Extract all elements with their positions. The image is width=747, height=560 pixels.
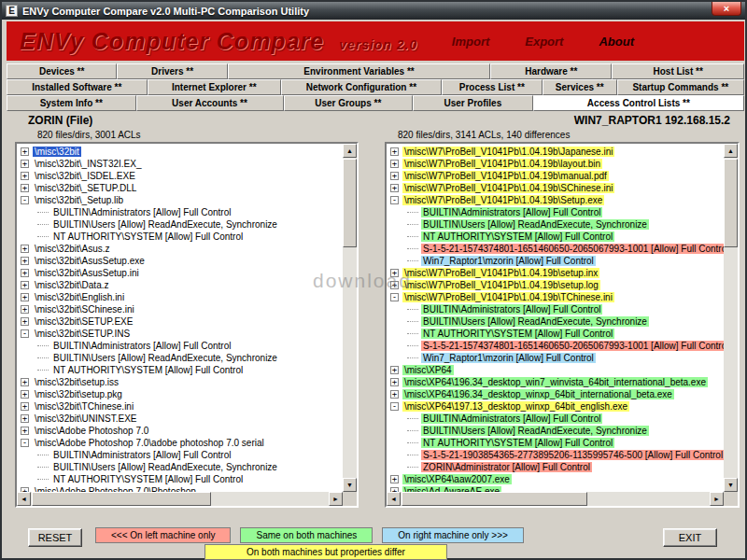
tree-item-label[interactable]: \misc\Adobe Photoshop 7.0	[33, 426, 150, 436]
tree-item-label[interactable]: \misc\W7\ProBell_V1041Pb\1.04.19b\TChine…	[402, 292, 614, 302]
tree-item-label[interactable]: \misc\XP64\196.34_desktop_win7_winvista_…	[402, 377, 708, 387]
tree-item[interactable]: +\misc\32bit\UNINST.EXE	[17, 413, 343, 425]
tree-item[interactable]: +\misc\XP64\196.34_desktop_winxp_64bit_i…	[387, 388, 724, 400]
tree-item-label[interactable]: \misc\W7\ProBell_V1041Pb\1.04.19b\SChine…	[402, 183, 614, 193]
tree-item-label[interactable]: NT AUTHORITY\SYSTEM [Allow] Full Control	[51, 474, 245, 484]
tree-item-label[interactable]: BUILTIN\Administrators [Allow] Full Cont…	[51, 341, 233, 351]
tree-item[interactable]: +\misc\32bit\English.ini	[17, 291, 343, 303]
tab-hardware[interactable]: Hardware **	[490, 63, 612, 79]
tree-item-label[interactable]: \misc\32bit\setup.pkg	[33, 389, 124, 399]
tree-item-label[interactable]: S-1-5-21-1574374801-1651460650-206506799…	[421, 341, 724, 351]
tree-item-label[interactable]: \misc\XP64\196.34_desktop_winxp_64bit_in…	[402, 389, 674, 399]
scroll-right-icon[interactable]: ►	[710, 492, 724, 506]
tree-expand-icon[interactable]: +	[21, 281, 29, 289]
tree-item[interactable]: BUILTIN\Administrators [Allow] Full Cont…	[387, 206, 724, 218]
tree-item-label[interactable]: \misc\32bit\TChinese.ini	[33, 401, 135, 412]
tree-item[interactable]: +\misc\32bit\AsusSetup.ini	[17, 267, 343, 279]
tree-item-label[interactable]: BUILTIN\Users [Allow] ReadAndExecute, Sy…	[51, 219, 279, 230]
tree-item-label[interactable]: \misc\32bit\Asus.z	[33, 244, 112, 254]
tree-item-label[interactable]: \misc\W7\ProBell_V1041Pb\1.04.19b\setup.…	[402, 268, 599, 278]
tree-item[interactable]: +\misc\Adobe Photoshop 7.0\Photoshop	[17, 485, 343, 492]
tree-item-label[interactable]: \misc\32bit\SETUP.INS	[33, 329, 132, 339]
tab-internet-explorer[interactable]: Internet Explorer **	[148, 79, 281, 95]
tree-item-label[interactable]: \misc\Adobe Photoshop 7.0\adobe photosho…	[33, 438, 266, 448]
tree-item-label[interactable]: NT AUTHORITY\SYSTEM [Allow] Full Control	[421, 438, 614, 448]
tree-item-label[interactable]: BUILTIN\Administrators [Allow] Full Cont…	[421, 413, 602, 424]
tree-expand-icon[interactable]: +	[21, 172, 29, 180]
tree-item[interactable]: +\misc\W7\ProBell_V1041Pb\1.04.19b\layou…	[387, 158, 724, 170]
menu-export[interactable]: Export	[525, 35, 563, 49]
tree-item[interactable]: +\misc\32bit\SChinese.ini	[17, 303, 343, 315]
tree-expand-icon[interactable]: +	[21, 269, 29, 277]
tree-expand-icon[interactable]: +	[21, 147, 29, 156]
tree-item[interactable]: BUILTIN\Users [Allow] ReadAndExecute, Sy…	[387, 315, 724, 328]
tree-item[interactable]: +\misc\32bit\TChinese.ini	[17, 400, 343, 413]
scroll-left-icon[interactable]: ◄	[387, 492, 401, 506]
tree-item-label[interactable]: Win7_Raptor1\mzorin [Allow] Full Control	[421, 353, 596, 363]
left-horizontal-scrollbar[interactable]: ◄ ►	[17, 492, 343, 506]
scroll-left-icon[interactable]: ◄	[17, 492, 31, 506]
tree-expand-icon[interactable]: +	[21, 257, 29, 265]
tree-item-label[interactable]: NT AUTHORITY\SYSTEM [Allow] Full Control	[51, 231, 245, 242]
tree-expand-icon[interactable]: +	[390, 147, 399, 156]
tab-system-info[interactable]: System Info **	[7, 95, 136, 111]
tree-item-label[interactable]: BUILTIN\Users [Allow] ReadAndExecute, Sy…	[51, 462, 279, 472]
tree-item-label[interactable]: \misc\XP64	[402, 365, 454, 375]
tree-item[interactable]: S-1-5-21-1903854365-2773895206-113599574…	[387, 449, 724, 461]
tree-expand-icon[interactable]: +	[390, 475, 399, 483]
tree-expand-icon[interactable]: +	[390, 366, 399, 374]
tree-item[interactable]: +\misc\32bit\AsusSetup.exe	[17, 255, 343, 267]
tree-item-label[interactable]: \misc\32bit\_INST32I.EX_	[33, 159, 144, 169]
tree-item[interactable]: BUILTIN\Administrators [Allow] Full Cont…	[387, 303, 724, 315]
left-vertical-scrollbar[interactable]: ▲ ▼	[343, 144, 357, 492]
tree-item[interactable]: +\misc\32bit\Data.z	[17, 279, 343, 291]
tree-item-label[interactable]: \misc\32bit\_Setup.lib	[33, 195, 125, 205]
tree-collapse-icon[interactable]: -	[390, 293, 399, 301]
tab-services[interactable]: Services **	[543, 79, 617, 95]
tree-item[interactable]: +\misc\W7\ProBell_V1041Pb\1.04.19b\setup…	[387, 279, 724, 291]
scroll-up-icon[interactable]: ▲	[724, 144, 738, 158]
menu-about[interactable]: About	[599, 35, 634, 49]
tree-item-label[interactable]: \misc\W7\ProBell_V1041Pb\1.04.19b\Setup.…	[402, 195, 604, 205]
tree-item-label[interactable]: \misc\32bit\AsusSetup.ini	[33, 268, 141, 278]
tree-item-label[interactable]: BUILTIN\Users [Allow] ReadAndExecute, Sy…	[421, 316, 649, 327]
tree-item[interactable]: +\misc\32bit\setup.pkg	[17, 388, 343, 400]
tree-item[interactable]: +\misc\W7\ProBell_V1041Pb\1.04.19b\setup…	[387, 267, 724, 279]
tree-item[interactable]: Win7_Raptor1\mzorin [Allow] Full Control	[387, 352, 724, 364]
tree-item[interactable]: +\misc\W7\ProBell_V1041Pb\1.04.19b\SChin…	[387, 182, 724, 194]
tab-user-profiles[interactable]: User Profiles	[413, 95, 533, 111]
tree-expand-icon[interactable]: +	[390, 390, 399, 399]
tree-item-label[interactable]: \misc\32bit\setup.iss	[33, 377, 120, 387]
tree-item[interactable]: S-1-5-21-1574374801-1651460650-206506799…	[387, 340, 724, 352]
tree-item[interactable]: BUILTIN\Users [Allow] ReadAndExecute, Sy…	[387, 218, 724, 231]
tree-item-label[interactable]: \misc\32bit\English.ini	[33, 292, 126, 302]
tab-installed-software[interactable]: Installed Software **	[7, 79, 148, 95]
tree-item-label[interactable]: BUILTIN\Administrators [Allow] Full Cont…	[421, 207, 602, 217]
tree-item[interactable]: NT AUTHORITY\SYSTEM [Allow] Full Control	[387, 437, 724, 449]
tree-item-label[interactable]: BUILTIN\Administrators [Allow] Full Cont…	[51, 450, 233, 460]
tree-item[interactable]: BUILTIN\Users [Allow] ReadAndExecute, Sy…	[17, 461, 343, 473]
tree-expand-icon[interactable]: +	[390, 172, 399, 180]
tree-item-label[interactable]: \misc\32bit\_ISDEL.EXE	[33, 171, 137, 181]
tree-item-label[interactable]: \misc\32bit\AsusSetup.exe	[33, 256, 147, 266]
tab-access-control-lists[interactable]: Access Control Lists **	[533, 95, 744, 111]
tree-item[interactable]: BUILTIN\Users [Allow] ReadAndExecute, Sy…	[387, 425, 724, 437]
tree-item[interactable]: +\misc\32bit\Asus.z	[17, 243, 343, 255]
scrollbar-thumb[interactable]	[724, 159, 738, 247]
tree-item-label[interactable]: \misc\XP64\197.13_desktop_winxp_64bit_en…	[402, 401, 629, 412]
tree-item[interactable]: +\misc\32bit\_INST32I.EX_	[17, 158, 343, 170]
tab-drivers[interactable]: Drivers **	[117, 63, 227, 79]
tree-collapse-icon[interactable]: -	[21, 329, 29, 338]
scrollbar-thumb[interactable]	[343, 159, 357, 247]
tree-item-label[interactable]: \misc\W7\ProBell_V1041Pb\1.04.19b\setup.…	[402, 280, 600, 290]
tree-expand-icon[interactable]: +	[21, 160, 29, 168]
tree-item[interactable]: -\misc\W7\ProBell_V1041Pb\1.04.19b\Setup…	[387, 194, 724, 206]
tree-item-label[interactable]: \misc\XP64\aaw2007.exe	[402, 474, 512, 484]
tree-item[interactable]: +\misc\XP64\aaw2007.exe	[387, 473, 724, 485]
tree-collapse-icon[interactable]: -	[390, 402, 399, 411]
tree-item-label[interactable]: BUILTIN\Administrators [Allow] Full Cont…	[421, 304, 602, 315]
scroll-up-icon[interactable]: ▲	[343, 144, 357, 158]
tree-expand-icon[interactable]: +	[21, 390, 29, 399]
tree-item-label[interactable]: \misc\W7\ProBell_V1041Pb\1.04.19b\layout…	[402, 159, 602, 169]
tree-item-label[interactable]: \misc\32bit\_SETUP.DLL	[33, 183, 138, 193]
